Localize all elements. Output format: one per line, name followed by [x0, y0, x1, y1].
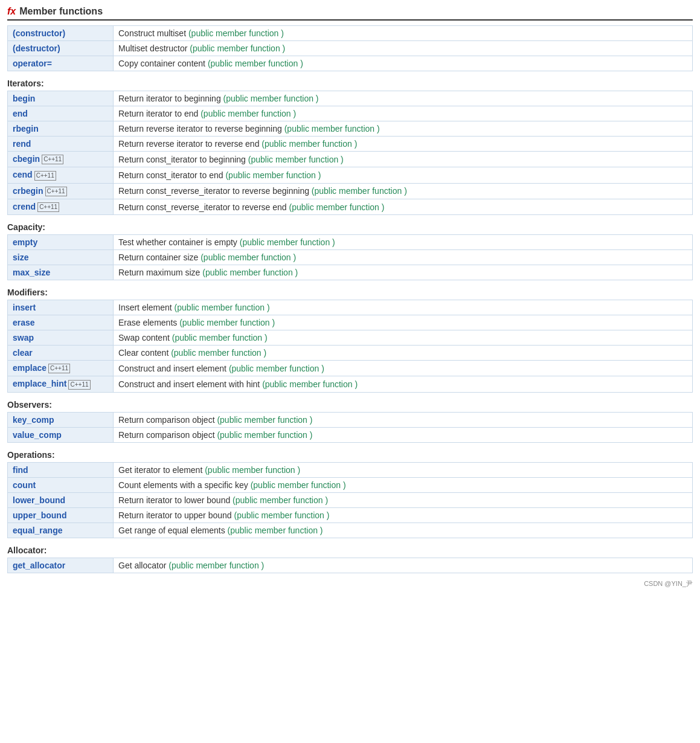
table-observers: key_compReturn comparison object (public… [7, 412, 693, 443]
function-name-cell: emplaceC++11 [8, 361, 114, 376]
table-row: lower_boundReturn iterator to lower boun… [8, 492, 693, 507]
function-link[interactable]: insert [13, 303, 36, 312]
function-desc-cell: Clear content (public member function ) [114, 346, 693, 361]
section-label-iterators: Iterators: [7, 79, 693, 88]
function-desc-cell: Return const_reverse_iterator to reverse… [114, 183, 693, 199]
public-label: (public member function ) [312, 186, 407, 196]
function-desc-cell: Return iterator to beginning (public mem… [114, 91, 693, 106]
fx-icon: fx [7, 6, 16, 17]
cpp11-badge: C++11 [48, 364, 70, 373]
public-label: (public member function ) [217, 415, 312, 425]
public-label: (public member function ) [201, 109, 296, 118]
function-name-cell: rbegin [8, 121, 114, 137]
public-label: (public member function ) [205, 465, 300, 475]
function-link[interactable]: empty [13, 237, 37, 247]
function-desc-cell: Construct multiset (public member functi… [114, 26, 693, 41]
function-link[interactable]: cbegin [13, 154, 40, 164]
function-desc-cell: Erase elements (public member function ) [114, 315, 693, 330]
table-row: emplace_hintC++11Construct and insert el… [8, 376, 693, 392]
table-row: upper_boundReturn iterator to upper boun… [8, 507, 693, 523]
cpp11-badge: C++11 [68, 380, 90, 390]
function-name-cell: key_comp [8, 412, 114, 427]
function-link[interactable]: find [13, 465, 28, 475]
function-link[interactable]: rbegin [13, 124, 39, 133]
function-name-cell: max_size [8, 265, 114, 280]
table-row: (constructor)Construct multiset (public … [8, 26, 693, 41]
function-link[interactable]: operator= [13, 59, 52, 68]
function-link[interactable]: crend [13, 202, 36, 211]
function-name-cell: (destructor) [8, 41, 114, 56]
table-operations: findGet iterator to element (public memb… [7, 462, 693, 538]
function-link[interactable]: equal_range [13, 526, 62, 535]
function-name-cell: (constructor) [8, 26, 114, 41]
public-label: (public member function ) [169, 561, 264, 570]
function-name-cell: crbeginC++11 [8, 183, 114, 199]
table-main: (constructor)Construct multiset (public … [7, 25, 693, 71]
function-name-cell: operator= [8, 56, 114, 71]
function-name-cell: count [8, 477, 114, 492]
table-row: swapSwap content (public member function… [8, 330, 693, 346]
function-link[interactable]: rend [13, 139, 31, 149]
table-row: crendC++11Return const_reverse_iterator … [8, 199, 693, 214]
function-link[interactable]: cend [13, 170, 33, 179]
function-name-cell: get_allocator [8, 558, 114, 573]
public-label: (public member function ) [229, 364, 324, 373]
function-link[interactable]: (destructor) [13, 43, 60, 53]
table-row: endReturn iterator to end (public member… [8, 106, 693, 121]
public-label: (public member function ) [201, 252, 296, 262]
function-desc-cell: Construct and insert element (public mem… [114, 361, 693, 376]
function-link[interactable]: get_allocator [13, 561, 65, 570]
table-row: rendReturn reverse iterator to reverse e… [8, 137, 693, 152]
function-desc-cell: Return reverse iterator to reverse end (… [114, 137, 693, 152]
function-link[interactable]: value_comp [13, 430, 62, 440]
table-row: max_sizeReturn maximum size (public memb… [8, 265, 693, 280]
function-desc-cell: Return const_reverse_iterator to reverse… [114, 199, 693, 214]
table-capacity: emptyTest whether container is empty (pu… [7, 234, 693, 280]
section-label-allocator: Allocator: [7, 545, 693, 555]
function-name-cell: rend [8, 137, 114, 152]
table-row: (destructor)Multiset destructor (public … [8, 41, 693, 56]
function-link[interactable]: clear [13, 348, 33, 358]
function-name-cell: cbeginC++11 [8, 152, 114, 167]
function-link[interactable]: emplace [13, 363, 47, 373]
table-row: sizeReturn container size (public member… [8, 250, 693, 265]
function-link[interactable]: begin [13, 94, 35, 103]
function-desc-cell: Return reverse iterator to reverse begin… [114, 121, 693, 137]
function-desc-cell: Get iterator to element (public member f… [114, 462, 693, 477]
function-link[interactable]: swap [13, 333, 34, 343]
function-link[interactable]: end [13, 109, 28, 118]
function-link[interactable]: upper_bound [13, 510, 66, 520]
function-desc-cell: Return iterator to upper bound (public m… [114, 507, 693, 523]
section-label-capacity: Capacity: [7, 222, 693, 232]
function-name-cell: empty [8, 235, 114, 250]
title-text: Member functions [19, 6, 103, 17]
table-row: beginReturn iterator to beginning (publi… [8, 91, 693, 106]
public-label: (public member function ) [223, 94, 319, 103]
table-row: cendC++11Return const_iterator to end (p… [8, 167, 693, 183]
footer: CSDN @YIN_尹 [7, 579, 693, 588]
function-link[interactable]: count [13, 480, 36, 490]
cpp11-badge: C++11 [45, 187, 67, 196]
cpp11-badge: C++11 [34, 171, 56, 181]
function-link[interactable]: erase [13, 318, 35, 327]
table-row: get_allocatorGet allocator (public membe… [8, 558, 693, 573]
function-name-cell: upper_bound [8, 507, 114, 523]
function-name-cell: crendC++11 [8, 199, 114, 214]
function-link[interactable]: (constructor) [13, 28, 65, 38]
function-link[interactable]: key_comp [13, 415, 54, 425]
public-label: (public member function ) [234, 510, 329, 520]
function-link[interactable]: max_size [13, 268, 50, 277]
public-label: (public member function ) [225, 170, 321, 180]
section-label-modifiers: Modifiers: [7, 288, 693, 297]
public-label: (public member function ) [262, 379, 358, 389]
public-label: (public member function ) [179, 318, 275, 327]
table-row: emplaceC++11Construct and insert element… [8, 361, 693, 376]
function-link[interactable]: size [13, 252, 28, 262]
public-label: (public member function ) [190, 43, 285, 53]
section-label-operations: Operations: [7, 450, 693, 460]
function-link[interactable]: crbegin [13, 186, 43, 196]
function-name-cell: cendC++11 [8, 167, 114, 183]
public-label: (public member function ) [217, 430, 312, 440]
function-link[interactable]: lower_bound [13, 495, 65, 505]
function-link[interactable]: emplace_hint [13, 379, 66, 388]
